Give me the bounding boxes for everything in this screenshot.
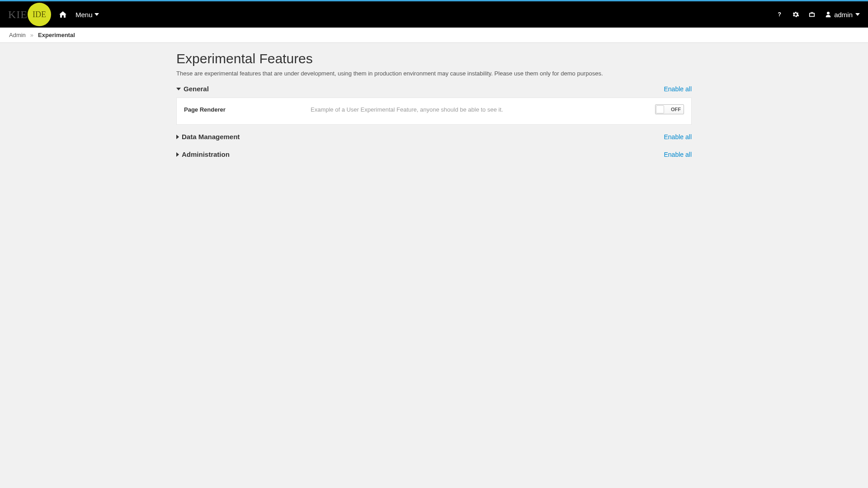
brand-ide-text: IDE: [33, 10, 46, 19]
main-content: Experimental Features These are experime…: [0, 43, 868, 166]
enable-all-general[interactable]: Enable all: [664, 85, 692, 93]
section-title-general: General: [184, 85, 209, 93]
section-title-data-management: Data Management: [182, 133, 240, 141]
home-icon[interactable]: [59, 11, 66, 18]
brand-kie-text: KIE: [8, 9, 28, 21]
breadcrumb-root[interactable]: Admin: [9, 32, 26, 38]
section-toggle-data-management[interactable]: Data Management: [176, 133, 240, 141]
section-data-management: Data Management Enable all: [176, 131, 692, 142]
section-header-general: General Enable all: [176, 83, 692, 94]
caret-down-icon: [176, 88, 181, 90]
nav-right: ? admin: [776, 11, 860, 19]
feature-description: Example of a User Experimental Feature, …: [311, 106, 648, 113]
section-header-data-management: Data Management Enable all: [176, 131, 692, 142]
user-dropdown[interactable]: admin: [825, 11, 860, 19]
content-container: Experimental Features These are experime…: [176, 51, 692, 166]
feature-toggle-wrap: OFF: [648, 104, 684, 114]
navbar: KIE IDE Menu ? admin: [0, 1, 868, 28]
page-description: These are experimental features that are…: [176, 70, 692, 77]
user-label: admin: [834, 11, 853, 19]
briefcase-icon[interactable]: [809, 11, 815, 18]
feature-row-page-renderer: Page Renderer Example of a User Experime…: [184, 104, 684, 114]
enable-all-data-management[interactable]: Enable all: [664, 133, 692, 141]
breadcrumb-separator: »: [30, 32, 33, 38]
caret-right-icon: [176, 152, 179, 157]
feature-name: Page Renderer: [184, 106, 311, 113]
gear-icon[interactable]: [793, 11, 799, 18]
svg-text:?: ?: [778, 11, 781, 18]
breadcrumb: Admin » Experimental: [0, 28, 868, 43]
brand-logo[interactable]: KIE IDE: [8, 3, 51, 26]
enable-all-administration[interactable]: Enable all: [664, 151, 692, 158]
user-icon: [825, 11, 831, 18]
brand-ide-badge: IDE: [28, 3, 51, 26]
toggle-page-renderer[interactable]: OFF: [655, 104, 684, 114]
section-toggle-general[interactable]: General: [176, 85, 209, 93]
toggle-label: OFF: [671, 107, 681, 112]
section-toggle-administration[interactable]: Administration: [176, 150, 230, 158]
toggle-knob: [656, 105, 664, 113]
help-icon[interactable]: ?: [776, 11, 783, 18]
section-general: General Enable all Page Renderer Example…: [176, 83, 692, 125]
nav-left: Menu: [59, 11, 99, 19]
menu-label: Menu: [75, 11, 93, 19]
section-title-administration: Administration: [182, 150, 230, 158]
menu-dropdown[interactable]: Menu: [75, 11, 99, 19]
caret-right-icon: [176, 135, 179, 139]
section-body-general: Page Renderer Example of a User Experime…: [176, 97, 692, 125]
section-header-administration: Administration Enable all: [176, 149, 692, 160]
page-title: Experimental Features: [176, 51, 692, 66]
chevron-down-icon: [855, 12, 860, 17]
section-administration: Administration Enable all: [176, 149, 692, 160]
chevron-down-icon: [94, 12, 99, 17]
breadcrumb-current: Experimental: [38, 32, 75, 38]
